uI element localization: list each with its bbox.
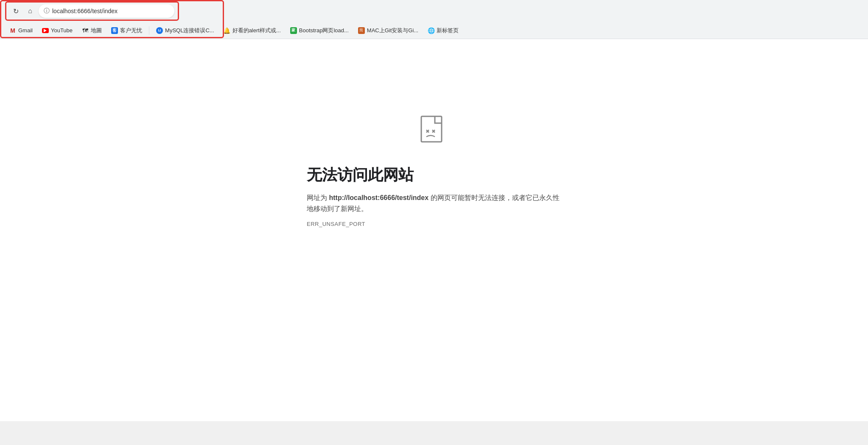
newtab-favicon: 🌐 xyxy=(428,27,434,34)
home-icon: ⌂ xyxy=(28,7,32,15)
customer-icon: 客 xyxy=(111,27,118,34)
error-description-url: http://localhost:6666/test/index xyxy=(329,194,428,201)
bookmarks-bar: M Gmail YouTube 🗺 xyxy=(0,22,868,39)
bookmark-youtube-label: YouTube xyxy=(51,27,73,34)
bookmark-git[interactable]: 简 MAC上Git安装与Gi... xyxy=(354,25,423,36)
mysql-icon: M xyxy=(156,27,163,34)
git-favicon: 简 xyxy=(358,27,365,34)
maps-icon: 🗺 xyxy=(82,27,88,34)
bootstrap-icon: 家 xyxy=(290,27,297,34)
bookmark-mysql[interactable]: M MySQL连接错误C... xyxy=(152,25,218,36)
bookmark-maps-label: 地圖 xyxy=(91,27,102,34)
bookmark-gmail[interactable]: M Gmail xyxy=(5,25,37,36)
bookmark-separator xyxy=(149,26,149,35)
bookmark-git-label: MAC上Git安装与Gi... xyxy=(367,27,418,34)
bookmark-gmail-label: Gmail xyxy=(18,27,33,34)
error-code: ERR_UNSAFE_PORT xyxy=(307,221,561,227)
bookmark-mysql-label: MySQL连接错误C... xyxy=(165,27,214,34)
gmail-icon: M xyxy=(10,27,15,34)
error-file-icon xyxy=(419,115,449,149)
url-text: localhost:6666/test/index xyxy=(52,8,169,14)
maps-favicon: 🗺 xyxy=(82,27,89,34)
browser-chrome: ↻ ⌂ ⓘ localhost:6666/test/index xyxy=(0,0,868,39)
address-bar[interactable]: ⓘ localhost:6666/test/index xyxy=(39,4,174,18)
error-description-prefix: 网址为 xyxy=(307,194,329,201)
error-description: 网址为 http://localhost:6666/test/index 的网页… xyxy=(307,192,561,214)
mysql-favicon: M xyxy=(156,27,163,34)
error-icon-container xyxy=(419,115,449,151)
youtube-icon xyxy=(42,28,49,33)
youtube-play-triangle xyxy=(44,29,47,32)
reload-icon: ↻ xyxy=(13,7,19,15)
alert-icon: 🔔 xyxy=(223,27,230,34)
newtab-icon: 🌐 xyxy=(428,27,435,34)
bookmark-alert-label: 好看的alert样式或... xyxy=(232,27,281,34)
bookmark-customer-label: 客户无忧 xyxy=(120,27,142,34)
bookmark-customer[interactable]: 客 客户无忧 xyxy=(107,25,146,36)
home-button[interactable]: ⌂ xyxy=(24,5,36,17)
bookmark-newtab[interactable]: 🌐 新标签页 xyxy=(423,25,463,36)
youtube-favicon xyxy=(42,27,49,34)
customer-favicon: 客 xyxy=(111,27,118,34)
error-title: 无法访问此网站 xyxy=(307,165,561,186)
gmail-favicon: M xyxy=(9,27,16,34)
bookmark-newtab-label: 新标签页 xyxy=(437,27,459,34)
bootstrap-favicon: 家 xyxy=(290,27,297,34)
info-icon: ⓘ xyxy=(44,7,50,15)
bookmark-alert[interactable]: 🔔 好看的alert样式或... xyxy=(219,25,285,36)
reload-button[interactable]: ↻ xyxy=(10,5,22,17)
bookmark-bootstrap-label: Bootstrap网页load... xyxy=(299,27,349,34)
toolbar-row: ↻ ⌂ ⓘ localhost:6666/test/index xyxy=(0,0,868,22)
alert-favicon: 🔔 xyxy=(224,27,230,34)
svg-rect-0 xyxy=(421,116,442,142)
bookmark-bootstrap[interactable]: 家 Bootstrap网页load... xyxy=(286,25,353,36)
git-icon: 简 xyxy=(358,27,365,34)
bookmark-youtube[interactable]: YouTube xyxy=(38,25,77,36)
error-page: 无法访问此网站 网址为 http://localhost:6666/test/i… xyxy=(0,39,868,421)
bookmark-maps[interactable]: 🗺 地圖 xyxy=(78,25,106,36)
